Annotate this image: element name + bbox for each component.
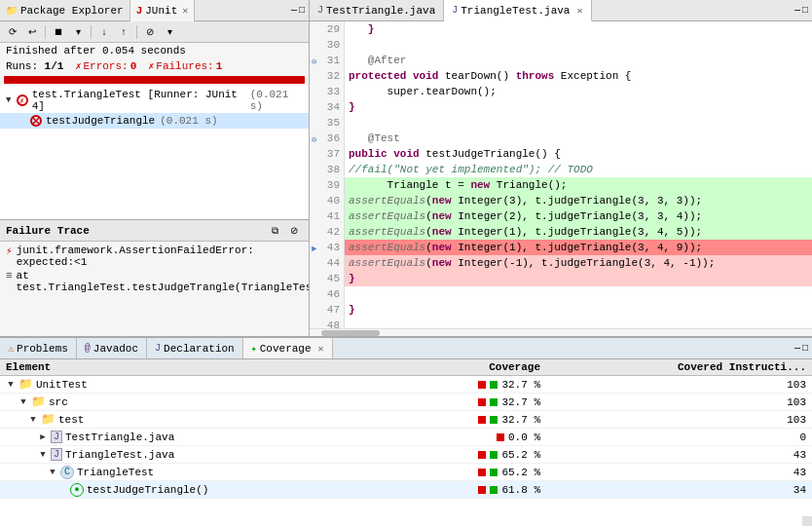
next-fail-button[interactable]: ↓ [95,23,113,41]
test-method-time: (0.021 s) [160,115,217,127]
cov-row-test-pkg[interactable]: ▼ 📁 test 32.7 % 103 [0,411,812,429]
unittest-expand[interactable]: ▼ [6,380,16,390]
editor-maximize-btn[interactable]: □ [802,5,808,16]
cov-row-testtriangle[interactable]: ▶ J TestTriangle.java 0.0 % 0 [0,429,812,446]
testjudge-label: testJudgeTriangle() [87,484,208,496]
failure-line-1-text: junit.framework.AssertionFailedError: ex… [17,244,303,268]
src-covered: 103 [546,394,812,411]
tab-javadoc-label: Javadoc [93,343,138,355]
tree-item-suite[interactable]: ▼ ✗ test.TriangleTest [Runner: JUnit 4] … [0,88,309,113]
testjudge-bar-red [478,486,486,494]
code-line-33: super.tearDown(); [345,84,812,99]
bottom-maximize-btn[interactable]: □ [802,343,808,354]
triangle-test-tab-close[interactable]: ✕ [576,5,582,17]
line-45: 45 [310,271,344,286]
testtriangle-label: TestTriangle.java [65,432,174,443]
failure-copy-btn[interactable]: ⧉ [266,222,283,240]
testtriangle-expand[interactable]: ▶ [38,432,48,442]
bottom-minimize-btn[interactable]: — [794,343,800,354]
rerun-failed-button[interactable]: ↩ [23,23,41,41]
code-line-32: protected void tearDown() throws Excepti… [345,68,812,84]
src-pct: 32.7 % [501,396,540,408]
coverage-table: Element Coverage Covered Instructi... ▼ … [0,359,812,526]
src-expand[interactable]: ▼ [18,397,28,407]
tree-item-testmethod[interactable]: testJudgeTriangle (0.021 s) [0,113,309,129]
stop-button[interactable]: ⏹ [50,23,67,41]
triangletest-label: TriangleTest.java [65,449,174,461]
line-30: 30 [310,37,344,53]
tab-test-triangle[interactable]: J TestTriangle.java [310,0,444,20]
code-line-48 [345,318,812,328]
test-pkg-coverage: 32.7 % [413,414,540,426]
unittest-label: UnitTest [36,379,88,391]
failure-line-1: ⚡ junit.framework.AssertionFailedError: … [4,244,305,269]
src-cell: ▼ 📁 src [6,394,401,409]
col-element[interactable]: Element [0,359,407,376]
cov-row-triangletest[interactable]: ▼ J TriangleTest.java 65.2 % 43 [0,446,812,464]
tab-package-explorer-label: Package Explorer [20,5,124,17]
maximize-btn[interactable]: □ [299,5,305,16]
line-42: 42 [310,224,344,240]
minimize-btn[interactable]: — [291,5,297,16]
code-line-41: assertEquals(new Integer(2), t.judgeTria… [345,208,812,224]
triangletest-class-icon: C [60,466,74,479]
test-pkg-expand[interactable]: ▼ [28,415,38,425]
junit-tab-close[interactable]: ✕ [182,5,188,17]
h-scrollbar[interactable] [310,328,812,336]
code-line-39: Triangle t = new Triangle(); [345,177,812,193]
cov-row-src[interactable]: ▼ 📁 src 32.7 % 103 [0,394,812,411]
cov-row-testjudge[interactable]: ● testJudgeTriangle() 61.8 % 34 [0,481,812,499]
line-38: 38 [310,162,344,177]
cov-data-table: Element Coverage Covered Instructi... ▼ … [0,359,812,499]
failure-filter-btn[interactable]: ⊘ [285,222,303,240]
code-area: 29 30 ⊖31 32 33 34 35 ⊖36 37 38 39 40 41… [310,21,812,328]
tab-coverage[interactable]: ✦ Coverage ✕ [243,338,333,358]
code-content[interactable]: } @After protected void tearDown() throw… [345,21,812,328]
triangletest-expand[interactable]: ▼ [38,450,48,460]
line-35: 35 [310,115,344,131]
javadoc-icon: @ [85,343,91,354]
triangletest-class-bar-green [490,469,498,476]
tab-declaration[interactable]: J Declaration [147,338,243,358]
code-line-45: } [345,271,812,286]
view-menu-button[interactable]: ▾ [161,23,178,41]
col-covered-instr[interactable]: Covered Instructi... [546,359,812,376]
failure-error-icon: ⚡ [6,244,13,257]
triangletest-class-pct: 65.2 % [501,467,540,478]
code-line-47: } [345,302,812,318]
testjudge-pct: 61.8 % [501,484,540,496]
rerun-button[interactable]: ⟳ [4,23,21,41]
suite-expand[interactable]: ▼ [4,95,13,105]
src-bar-red [478,398,486,406]
filter-button[interactable]: ⊘ [141,23,159,41]
test-tree: ▼ ✗ test.TriangleTest [Runner: JUnit 4] … [0,86,309,219]
editor-minimize-btn[interactable]: — [794,5,800,16]
suite-icon: ✗ [16,94,28,107]
line-46: 46 [310,286,344,302]
code-line-35 [345,115,812,131]
prev-fail-button[interactable]: ↑ [115,23,132,41]
tab-junit[interactable]: J JUnit ✕ [130,0,196,21]
tab-triangle-test[interactable]: J TriangleTest.java ✕ [444,0,591,21]
h-scrollbar-thumb[interactable] [321,330,380,336]
triangletest-class-expand[interactable]: ▼ [48,468,57,477]
testtriangle-bar-red [497,433,504,441]
cov-row-unittest[interactable]: ▼ 📁 UnitTest 32.7 % 103 [0,376,812,394]
triangletest-covered: 43 [546,446,812,464]
code-line-42: assertEquals(new Integer(1), t.judgeTria… [345,224,812,240]
tab-package-explorer[interactable]: 📁 Package Explorer [0,0,130,21]
col-coverage[interactable]: Coverage [407,359,546,376]
editor-tabs: J TestTriangle.java J TriangleTest.java … [310,0,812,21]
tab-declaration-label: Declaration [164,343,235,355]
suite-label: test.TriangleTest [Runner: JUnit 4] [32,89,245,112]
cov-row-triangletest-class[interactable]: ▼ C TriangleTest 65.2 % 43 [0,464,812,481]
coverage-tab-close[interactable]: ✕ [318,343,324,355]
tab-javadoc[interactable]: @ Javadoc [77,338,147,358]
src-folder-icon: 📁 [31,394,46,409]
unittest-bar-green [490,381,498,389]
failure-header: Failure Trace ⧉ ⊘ [0,220,309,242]
history-button[interactable]: ▾ [69,23,87,41]
tab-test-triangle-label: TestTriangle.java [326,5,435,17]
tab-problems[interactable]: ⚠ Problems [0,338,77,358]
code-line-29: } [345,21,812,37]
